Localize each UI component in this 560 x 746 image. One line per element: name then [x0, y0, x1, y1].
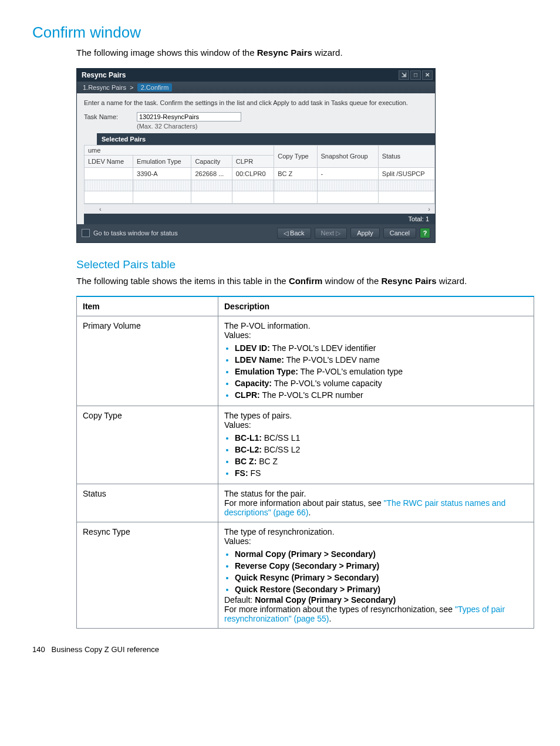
col-snapshot-group: Snapshot Group: [317, 145, 378, 167]
col-status: Status: [378, 145, 434, 167]
table-row: Resync Type The type of resynchronizatio…: [77, 522, 534, 629]
col-ldev-name: LDEV Name: [85, 155, 133, 167]
back-button[interactable]: ◁ Back: [277, 228, 311, 239]
desc-resync-type: The type of resynchronization. Values: N…: [218, 522, 534, 629]
wizard-breadcrumbs: 1.Resync Pairs > 2.Confirm: [77, 82, 435, 93]
max-chars-hint: (Max. 32 Characters): [137, 123, 428, 130]
go-to-tasks-label: Go to tasks window for status: [93, 229, 274, 237]
col-clpr: CLPR: [232, 155, 274, 167]
wizard-hint: Enter a name for the task. Confirm the s…: [84, 99, 428, 106]
col-copy-type: Copy Type: [274, 145, 317, 167]
help-button[interactable]: ?: [420, 228, 430, 238]
item-resync-type: Resync Type: [77, 522, 218, 629]
intro-paragraph: The following image shows this window of…: [76, 46, 528, 60]
table-row: Primary Volume The P-VOL information. Va…: [77, 316, 534, 406]
item-copy-type: Copy Type: [77, 406, 218, 484]
col-emulation-type: Emulation Type: [133, 155, 191, 167]
wizard-titlebar: Resync Pairs ⇲ □ ✕: [77, 69, 435, 82]
next-button: Next ▷: [315, 228, 348, 239]
footer-text: Business Copy Z GUI reference: [52, 645, 160, 654]
cell-cap: 262668 ...: [191, 167, 232, 180]
task-name-input[interactable]: [137, 112, 241, 121]
desc-primary-volume: The P-VOL information. Values: LDEV ID: …: [218, 316, 534, 406]
maximize-icon[interactable]: □: [410, 70, 421, 80]
desc-copy-type: The types of pairs. Values: BC-L1: BC/SS…: [218, 406, 534, 484]
cell-clpr: 00:CLPR0: [232, 167, 274, 180]
go-to-tasks-checkbox[interactable]: [82, 229, 90, 237]
cell-emul: 3390-A: [133, 167, 191, 180]
item-status: Status: [77, 484, 218, 522]
page-title: Confirm window: [32, 23, 528, 42]
cancel-button[interactable]: Cancel: [383, 228, 416, 238]
cell-snap: -: [317, 167, 378, 180]
horizontal-scrollbar[interactable]: ‹›: [84, 204, 435, 214]
item-primary-volume: Primary Volume: [77, 316, 218, 406]
table-row: [85, 191, 435, 203]
intro-text-end: wizard.: [312, 48, 343, 58]
spec-table: Item Description Primary Volume The P-VO…: [76, 296, 534, 629]
desc-status: The status for the pair. For more inform…: [218, 484, 534, 522]
selected-pairs-table: ume Copy Type Snapshot Group Status LDEV…: [84, 145, 435, 204]
task-name-label: Task Name:: [84, 113, 137, 120]
selected-pairs-heading: Selected Pairs table: [76, 258, 528, 271]
page-footer: 140 Business Copy Z GUI reference: [32, 645, 528, 654]
selected-pairs-header: Selected Pairs: [97, 133, 435, 145]
table-row: Copy Type The types of pairs. Values: BC…: [77, 406, 534, 484]
apply-button[interactable]: Apply: [350, 228, 380, 238]
detach-icon[interactable]: ⇲: [399, 70, 409, 80]
col-item: Item: [77, 296, 218, 316]
cell-status: Split /SUSPCP: [378, 167, 434, 180]
col-capacity: Capacity: [191, 155, 232, 167]
intro-text: The following image shows this window of…: [76, 48, 257, 58]
breadcrumb-step2: 2.Confirm: [137, 83, 173, 92]
col-description: Description: [218, 296, 534, 316]
table-row[interactable]: 3390-A 262668 ... 00:CLPR0 BC Z - Split …: [85, 167, 435, 180]
table-row: [85, 180, 435, 191]
intro-bold: Resync Pairs: [257, 48, 312, 58]
total-bar: Total: 1: [84, 214, 435, 224]
wizard-footer: Go to tasks window for status ◁ Back Nex…: [77, 224, 435, 242]
selected-pairs-intro: The following table shows the items in t…: [76, 275, 528, 288]
breadcrumb-step1[interactable]: 1.Resync Pairs: [83, 84, 126, 91]
table-row: Status The status for the pair. For more…: [77, 484, 534, 522]
wizard-title: Resync Pairs: [82, 71, 126, 79]
page-number: 140: [32, 645, 45, 654]
close-icon[interactable]: ✕: [422, 70, 433, 80]
ume-header: ume: [85, 145, 274, 155]
resync-pairs-wizard: Resync Pairs ⇲ □ ✕ 1.Resync Pairs > 2.Co…: [76, 68, 436, 243]
cell-ldev: [85, 167, 133, 180]
cell-copy: BC Z: [274, 167, 317, 180]
